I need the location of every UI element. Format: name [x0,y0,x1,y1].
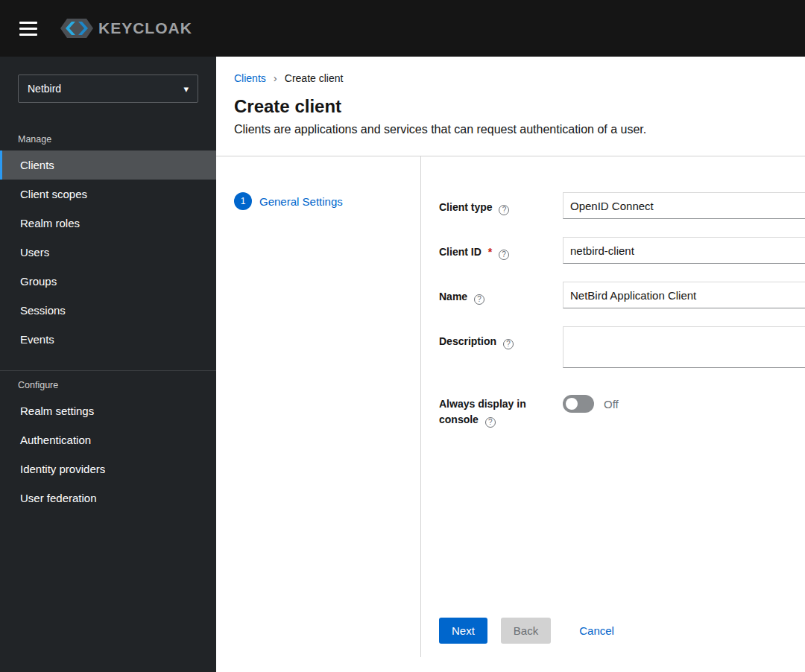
keycloak-logo: KEYCLOAK [60,18,192,39]
nav-section-title: Manage [0,128,216,150]
step-number-badge: 1 [234,192,252,210]
client-type-label: Client type [439,201,493,213]
page-title: Create client [234,96,787,117]
help-icon[interactable]: ? [499,205,509,215]
menu-icon[interactable] [18,19,39,39]
always-display-toggle[interactable] [563,395,594,413]
sidebar-item-users[interactable]: Users [0,238,216,267]
sidebar-item-authentication[interactable]: Authentication [0,425,216,454]
help-icon[interactable]: ? [503,339,514,349]
wizard-step-general-settings[interactable]: 1 General Settings [234,192,402,210]
name-label-wrap: Name ? [439,282,563,308]
form-row-description: Description ? [439,326,805,371]
breadcrumb-clients-link[interactable]: Clients [234,72,266,84]
form-row-name: Name ? [439,282,805,308]
client-id-label: Client ID [439,246,482,258]
brand-text: KEYCLOAK [98,19,192,37]
sidebar-item-realm-settings[interactable]: Realm settings [0,396,216,425]
sidebar-item-events[interactable]: Events [0,325,216,354]
name-control [563,282,805,308]
description-label-wrap: Description ? [439,326,563,371]
realm-selector-value: Netbird [28,83,61,95]
layout: Netbird ▾ Manage Clients Client scopes R… [0,57,805,672]
step-label: General Settings [259,195,343,208]
client-id-input[interactable] [563,237,805,264]
nav-section-manage: Manage Clients Client scopes Realm roles… [0,128,216,354]
realm-selector-wrap: Netbird ▾ [0,57,216,112]
client-type-control [563,192,805,219]
help-icon[interactable]: ? [474,294,484,305]
always-display-control: Off [563,389,805,428]
nav-section-title: Configure [0,374,216,396]
client-id-control [563,237,805,264]
form-row-client-id: Client ID * ? [439,237,805,264]
sidebar-item-user-federation[interactable]: User federation [0,484,216,513]
description-control [563,326,805,371]
realm-selector[interactable]: Netbird ▾ [18,75,198,103]
always-display-label: Always display in console [439,398,526,425]
sidebar-item-realm-roles[interactable]: Realm roles [0,209,216,238]
breadcrumb: Clients › Create client [234,72,787,84]
description-label: Description [439,335,496,347]
help-icon[interactable]: ? [499,250,509,260]
main-content: Clients › Create client Create client Cl… [216,57,805,672]
form-row-client-type: Client type ? [439,192,805,219]
wizard-body: 1 General Settings Client type ? [216,156,805,657]
toggle-state-label: Off [604,398,619,411]
client-type-label-wrap: Client type ? [439,192,563,219]
sidebar-item-groups[interactable]: Groups [0,267,216,296]
name-label: Name [439,291,467,302]
breadcrumb-separator-icon: › [274,72,277,84]
required-marker: * [488,246,492,258]
toggle-knob [566,398,578,410]
help-icon[interactable]: ? [485,417,496,428]
always-display-label-wrap: Always display in console ? [439,389,563,428]
nav-section-configure: Configure Realm settings Authentication … [0,370,216,513]
cancel-button[interactable]: Cancel [576,618,617,644]
sidebar-item-clients[interactable]: Clients [0,150,216,180]
masthead: KEYCLOAK [0,0,805,57]
next-button[interactable]: Next [439,618,487,644]
breadcrumb-current: Create client [285,72,344,84]
client-type-select[interactable] [563,192,805,219]
name-input[interactable] [563,282,805,308]
keycloak-icon [60,18,94,39]
app-root: KEYCLOAK Netbird ▾ Manage Clients Client… [0,0,805,672]
description-textarea[interactable] [563,326,805,368]
page-description: Clients are applications and services th… [234,123,787,136]
page-header: Clients › Create client Create client Cl… [216,57,805,156]
chevron-down-icon: ▾ [183,83,189,95]
sidebar-item-sessions[interactable]: Sessions [0,296,216,325]
sidebar: Netbird ▾ Manage Clients Client scopes R… [0,57,216,672]
sidebar-item-client-scopes[interactable]: Client scopes [0,180,216,209]
create-client-form: Client type ? Client ID * ? [421,156,805,657]
sidebar-item-identity-providers[interactable]: Identity providers [0,454,216,484]
wizard-actions: Next Back Cancel [439,618,805,644]
client-id-label-wrap: Client ID * ? [439,237,563,264]
wizard-nav: 1 General Settings [216,156,421,657]
form-row-always-display: Always display in console ? Off [439,389,805,428]
back-button[interactable]: Back [501,618,551,644]
